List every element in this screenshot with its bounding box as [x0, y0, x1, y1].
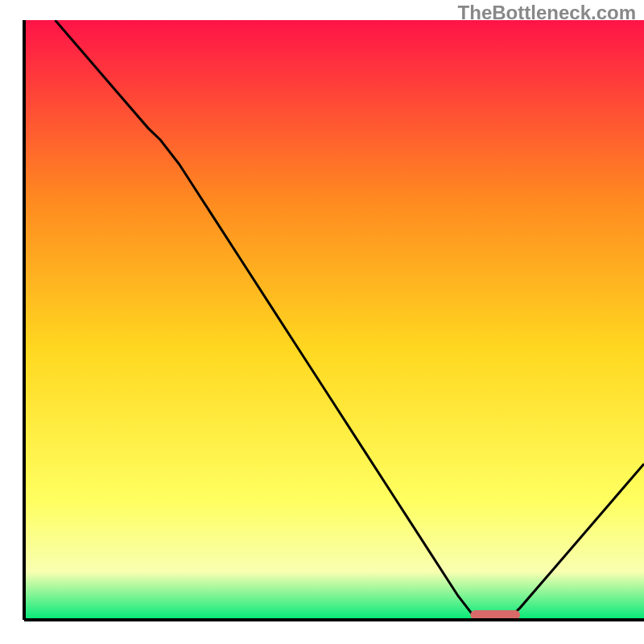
chart-svg: [0, 0, 644, 644]
watermark-text: TheBottleneck.com: [458, 2, 636, 24]
bottleneck-chart: TheBottleneck.com: [0, 0, 644, 644]
gradient-background: [24, 20, 644, 620]
